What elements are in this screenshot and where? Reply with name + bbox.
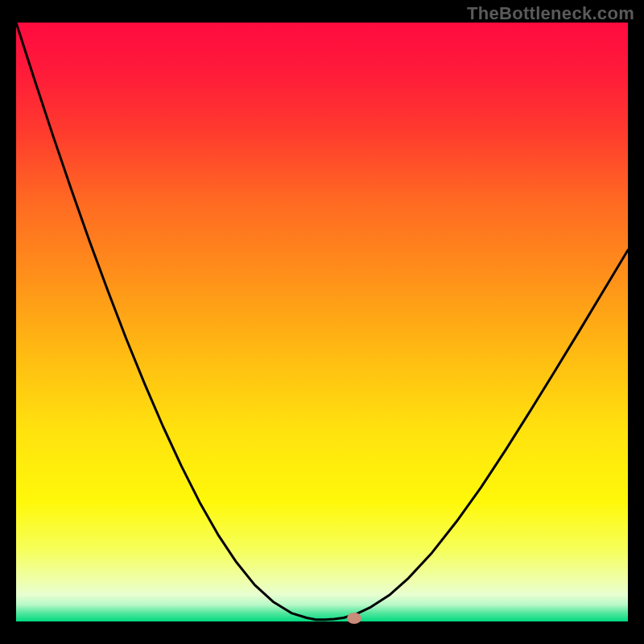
watermark-text: TheBottleneck.com bbox=[467, 3, 634, 24]
chart-frame: TheBottleneck.com bbox=[0, 0, 644, 644]
plot-area bbox=[16, 23, 628, 621]
optimal-marker-icon bbox=[347, 613, 361, 624]
